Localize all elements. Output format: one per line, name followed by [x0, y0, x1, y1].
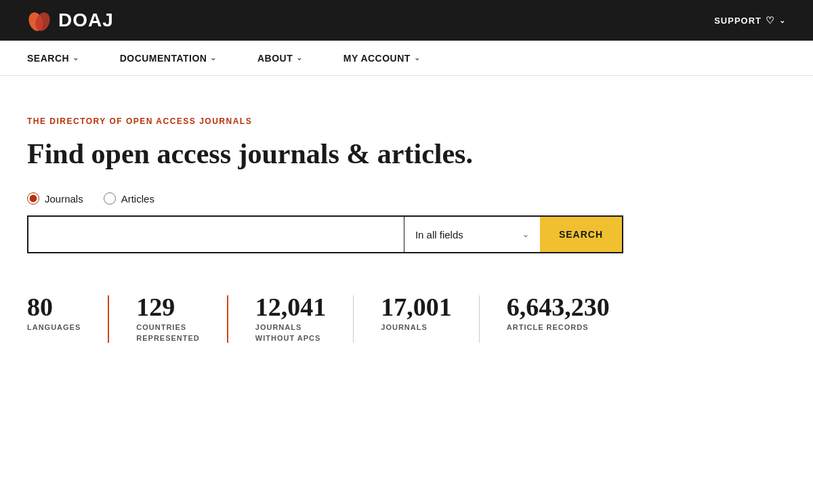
nav-search-chevron-icon: ⌄ [72, 54, 79, 62]
stat-journals: 17,001 JOURNALS [381, 294, 479, 333]
stat-languages-label: LANGUAGES [27, 322, 81, 333]
journals-radio-label[interactable]: Journals [27, 192, 83, 205]
search-bar: In all fields ⌄ SEARCH [27, 215, 623, 253]
stat-divider-1 [108, 295, 109, 343]
logo-area[interactable]: DOAJ [27, 8, 114, 33]
nav-my-account-chevron-icon: ⌄ [414, 54, 421, 62]
search-button[interactable]: SEARCH [540, 217, 622, 252]
search-dropdown-chevron-icon: ⌄ [522, 230, 529, 239]
stats-row: 80 LANGUAGES 129 COUNTRIESREPRESENTED 12… [27, 294, 650, 343]
top-bar: DOAJ SUPPORT ♡ ⌄ [0, 0, 813, 41]
doaj-logo-icon [27, 8, 51, 33]
stat-divider-2 [227, 295, 228, 343]
nav-about-chevron-icon: ⌄ [296, 54, 303, 62]
stat-journals-label: JOURNALS [381, 322, 452, 333]
journals-radio-input[interactable] [27, 192, 39, 205]
nav-my-account[interactable]: MY ACCOUNT ⌄ [343, 53, 421, 64]
stat-divider-4 [479, 295, 480, 343]
stat-languages-number: 80 [27, 294, 81, 320]
search-dropdown-label: In all fields [415, 229, 517, 240]
stat-journals-number: 17,001 [381, 294, 452, 320]
stat-article-records-label: ARTICLE RECORDS [507, 322, 610, 333]
nav-search-label: SEARCH [27, 53, 69, 64]
support-chevron-icon: ⌄ [779, 16, 786, 25]
stat-countries-label: COUNTRIESREPRESENTED [136, 322, 200, 343]
stat-journals-no-apc: 12,041 JOURNALSWITHOUT APCs [255, 294, 354, 343]
nav-my-account-label: MY ACCOUNT [343, 53, 411, 64]
main-content: THE DIRECTORY OF OPEN ACCESS JOURNALS Fi… [0, 76, 678, 384]
stat-divider-3 [353, 295, 354, 343]
support-button[interactable]: SUPPORT ♡ ⌄ [714, 15, 786, 26]
logo-text: DOAJ [58, 9, 114, 31]
articles-radio-label[interactable]: Articles [104, 192, 154, 205]
articles-radio-text: Articles [121, 193, 154, 205]
stat-countries-number: 129 [136, 294, 200, 320]
page-headline: Find open access journals & articles. [27, 137, 650, 171]
nav-documentation-chevron-icon: ⌄ [210, 54, 217, 62]
stat-countries: 129 COUNTRIESREPRESENTED [136, 294, 227, 343]
heart-icon: ♡ [766, 15, 775, 26]
stat-article-records-number: 6,643,230 [507, 294, 610, 320]
search-field-dropdown[interactable]: In all fields ⌄ [404, 217, 540, 252]
nav-search[interactable]: SEARCH ⌄ [27, 53, 79, 64]
nav-about[interactable]: ABOUT ⌄ [257, 53, 303, 64]
nav-documentation[interactable]: DOCUMENTATION ⌄ [120, 53, 217, 64]
main-nav: SEARCH ⌄ DOCUMENTATION ⌄ ABOUT ⌄ MY ACCO… [0, 41, 813, 76]
stat-languages: 80 LANGUAGES [27, 294, 108, 333]
articles-radio-input[interactable] [104, 192, 116, 205]
stat-journals-no-apc-number: 12,041 [255, 294, 327, 320]
nav-about-label: ABOUT [257, 53, 293, 64]
nav-documentation-label: DOCUMENTATION [120, 53, 207, 64]
search-input[interactable] [28, 217, 404, 252]
support-label: SUPPORT [714, 16, 762, 26]
stat-article-records: 6,643,230 ARTICLE RECORDS [507, 294, 637, 333]
page-subtitle: THE DIRECTORY OF OPEN ACCESS JOURNALS [27, 117, 650, 126]
search-type-selector: Journals Articles [27, 192, 650, 205]
stat-journals-no-apc-label: JOURNALSWITHOUT APCs [255, 322, 327, 343]
journals-radio-text: Journals [45, 193, 83, 205]
